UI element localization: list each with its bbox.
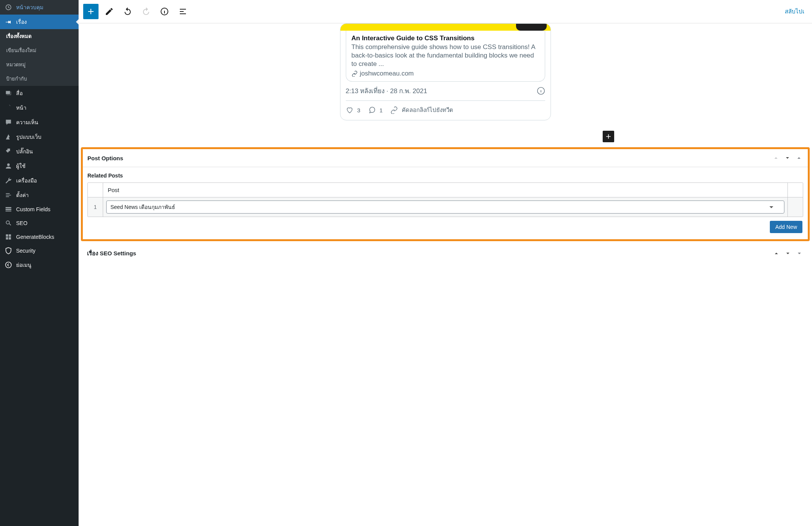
- panel-move-down-button[interactable]: [783, 154, 792, 162]
- seo-settings-panel: เรื่อง SEO Settings: [82, 244, 808, 263]
- sidebar-item-label: Custom Fields: [16, 206, 50, 212]
- panel-move-up-button[interactable]: [772, 249, 781, 258]
- add-block-button[interactable]: [83, 4, 99, 19]
- col-actions-header: [787, 183, 803, 197]
- col-index-header: [88, 183, 103, 197]
- admin-sidebar: หน้าควบคุม เรื่อง เรื่องทั้งหมด เขียนเรื…: [0, 0, 79, 526]
- sidebar-item-label: หน้า: [16, 104, 26, 112]
- tweet-card-domain: joshwcomeau.com: [352, 70, 539, 77]
- related-post-select[interactable]: Seed News เดือนกุมภาพันธ์: [106, 201, 784, 214]
- panel-move-down-button[interactable]: [784, 249, 792, 258]
- panel-toggle-button[interactable]: [795, 249, 804, 258]
- reply-icon: [368, 106, 376, 114]
- tools-icon: [5, 177, 12, 184]
- sidebar-item-label: GenerateBlocks: [16, 234, 54, 240]
- row-actions[interactable]: [787, 197, 803, 217]
- sidebar-item-label: ผู้ใช้: [16, 162, 26, 170]
- sidebar-item-label: ย่อเมนู: [16, 261, 31, 269]
- editor-content[interactable]: An Interactive Guide to CSS Transitions …: [79, 23, 812, 526]
- tweet-reply-button[interactable]: 1: [368, 106, 383, 114]
- collapse-icon: [5, 261, 12, 269]
- sidebar-item-pages[interactable]: หน้า: [0, 100, 79, 115]
- sidebar-item-appearance[interactable]: รูปแบบเว็บ: [0, 130, 79, 144]
- sidebar-item-label: ความเห็น: [16, 118, 38, 127]
- switch-editor-link[interactable]: สลับไปเ: [782, 4, 807, 19]
- sidebar-item-label: สื่อ: [16, 89, 23, 97]
- sidebar-subitem-categories[interactable]: หมวดหมู่: [0, 58, 79, 72]
- search-icon: [5, 219, 12, 227]
- sidebar-item-security[interactable]: Security: [0, 244, 79, 258]
- undo-button[interactable]: [120, 4, 135, 19]
- sidebar-subitem-tags[interactable]: ป้ายกำกับ: [0, 72, 79, 86]
- tweet-embed-block[interactable]: An Interactive Guide to CSS Transitions …: [340, 23, 551, 120]
- sidebar-item-label: หน้าควบคุม: [16, 3, 43, 12]
- heart-icon: [346, 106, 353, 114]
- sidebar-item-label: เครื่องมือ: [16, 176, 37, 185]
- sidebar-item-settings[interactable]: ตั้งค่า: [0, 188, 79, 202]
- add-block-inline-button[interactable]: [603, 131, 614, 142]
- sidebar-item-custom-fields[interactable]: Custom Fields: [0, 202, 79, 216]
- sidebar-item-comments[interactable]: ความเห็น: [0, 115, 79, 130]
- outline-button[interactable]: [175, 4, 191, 19]
- sidebar-item-plugins[interactable]: ปลั๊กอิน: [0, 144, 79, 159]
- sidebar-item-posts[interactable]: เรื่อง: [0, 15, 79, 29]
- sidebar-subitem-new-post[interactable]: เขียนเรื่องใหม่: [0, 43, 79, 58]
- link-icon: [390, 106, 398, 114]
- post-options-panel: Post Options Related Posts Post: [81, 147, 810, 241]
- panel-move-up-button[interactable]: [772, 154, 780, 162]
- related-posts-table: Post 1 Seed News เดือนกุมภาพันธ์: [87, 182, 803, 217]
- link-icon: [352, 71, 358, 77]
- settings-icon: [5, 191, 12, 199]
- tweet-timestamp: 2:13 หลังเที่ยง · 28 ก.พ. 2021: [346, 85, 534, 96]
- editor-canvas: An Interactive Guide to CSS Transitions …: [284, 23, 607, 143]
- sidebar-item-label: รูปแบบเว็บ: [16, 133, 41, 141]
- info-icon[interactable]: [537, 87, 545, 95]
- sidebar-item-users[interactable]: ผู้ใช้: [0, 159, 79, 173]
- add-new-button[interactable]: Add New: [770, 221, 802, 233]
- dashboard-icon: [5, 3, 12, 11]
- sidebar-item-dashboard[interactable]: หน้าควบคุม: [0, 0, 79, 15]
- sidebar-item-label: เรื่อง: [16, 18, 27, 26]
- row-index: 1: [88, 197, 103, 217]
- custom-fields-icon: [5, 205, 12, 213]
- appearance-icon: [5, 133, 12, 141]
- tweet-card-image: [340, 24, 551, 31]
- tweet-card-title: An Interactive Guide to CSS Transitions: [352, 35, 539, 42]
- panel-title: Post Options: [87, 155, 769, 161]
- user-icon: [5, 162, 12, 170]
- sidebar-item-seo[interactable]: SEO: [0, 216, 79, 230]
- chevron-down-icon: [769, 206, 773, 210]
- tweet-like-button[interactable]: 3: [346, 106, 360, 114]
- plugin-icon: [5, 148, 12, 155]
- sidebar-item-label: Security: [16, 248, 36, 254]
- sidebar-subitem-all-posts[interactable]: เรื่องทั้งหมด: [0, 29, 79, 43]
- related-posts-label: Related Posts: [87, 173, 803, 179]
- sidebar-item-tools[interactable]: เครื่องมือ: [0, 173, 79, 188]
- related-post-row: 1 Seed News เดือนกุมภาพันธ์: [88, 197, 803, 217]
- sidebar-item-label: SEO: [16, 220, 28, 226]
- pin-icon: [5, 18, 12, 26]
- sidebar-item-collapse[interactable]: ย่อเมนู: [0, 258, 79, 272]
- redo-button[interactable]: [138, 4, 154, 19]
- panel-title: เรื่อง SEO Settings: [87, 249, 769, 258]
- tweet-card-description: This comprehensive guide shows how to us…: [352, 43, 539, 68]
- panel-toggle-button[interactable]: [795, 154, 803, 162]
- main-area: สลับไปเ An Interactive Guide to CSS Tran…: [79, 0, 812, 526]
- generateblocks-icon: [5, 233, 12, 241]
- sidebar-item-label: ตั้งค่า: [16, 191, 29, 199]
- info-button[interactable]: [157, 4, 172, 19]
- col-post-header: Post: [103, 183, 787, 197]
- comment-icon: [5, 118, 12, 126]
- editor-toolbar: สลับไปเ: [79, 0, 812, 23]
- edit-mode-button[interactable]: [102, 4, 117, 19]
- sidebar-item-media[interactable]: สื่อ: [0, 86, 79, 100]
- media-icon: [5, 89, 12, 97]
- page-icon: [5, 104, 12, 112]
- sidebar-item-generateblocks[interactable]: GenerateBlocks: [0, 230, 79, 244]
- shield-icon: [5, 247, 12, 255]
- sidebar-item-label: ปลั๊กอิน: [16, 147, 33, 156]
- svg-point-0: [6, 262, 12, 268]
- tweet-copy-link-button[interactable]: คัดลอกลิงก์ไปยังทวีต: [390, 105, 453, 115]
